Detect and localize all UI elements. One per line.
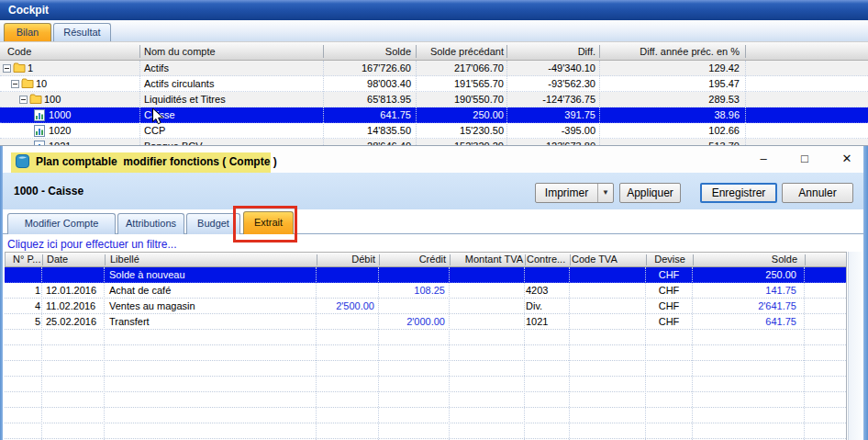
minimize-button[interactable]: – — [751, 150, 775, 168]
tx-date: 11.02.2016 — [46, 299, 106, 313]
divider — [105, 254, 106, 265]
account-solde: 98'003.40 — [323, 76, 411, 91]
appliquer-button[interactable]: Appliquer — [619, 183, 681, 203]
account-solde: 641.75 — [323, 107, 411, 122]
column-header-solde[interactable]: Solde — [323, 42, 411, 61]
tx-date: 12.01.2016 — [46, 283, 106, 298]
cockpit-titlebar[interactable]: Cockpit — [0, 0, 868, 20]
column-header-prev[interactable]: Solde précédant — [416, 42, 504, 61]
column-header-debit[interactable]: Débit — [317, 253, 375, 266]
account-solde: 167'726.60 — [323, 61, 411, 75]
cockpit-tabstrip: Bilan Résultat — [0, 20, 868, 41]
column-header-devise[interactable]: Devise — [646, 253, 694, 266]
divider — [416, 45, 417, 58]
account-chart-icon — [34, 125, 47, 137]
account-pct: 195.47 — [599, 76, 740, 91]
divider — [569, 267, 570, 440]
empty-row — [5, 377, 846, 392]
transaction-row[interactable]: 5 25.02.2016 Transfert 2'000.00 1021 CHF… — [5, 314, 846, 330]
account-row[interactable]: 10 Actifs circulants 98'003.40 191'565.7… — [0, 76, 868, 92]
tx-contre: Div. — [526, 299, 570, 313]
collapse-icon[interactable] — [11, 80, 19, 88]
divider — [316, 267, 317, 440]
account-row[interactable]: 1020 CCP 14'835.50 15'230.50 -395.00 102… — [0, 123, 868, 139]
column-header-code[interactable]: Code — [7, 42, 31, 61]
column-header-credit[interactable]: Crédit — [380, 253, 446, 266]
divider — [323, 45, 324, 58]
tx-credit: 108.25 — [379, 283, 445, 298]
divider — [525, 254, 526, 265]
collapse-icon[interactable] — [3, 64, 11, 73]
divider — [524, 267, 525, 440]
tx-devise: CHF — [645, 314, 693, 329]
column-header-date[interactable]: Date — [47, 253, 107, 266]
empty-row — [5, 361, 846, 377]
account-name: Liquidités et Titres — [144, 92, 226, 107]
account-name: Actifs circulants — [144, 76, 214, 91]
filter-link[interactable]: Cliquez ici pour effectuer un filtre... — [7, 238, 177, 251]
account-pct: 102.66 — [599, 123, 740, 138]
tx-solde: 2'641.75 — [693, 299, 796, 313]
column-header-no[interactable]: N° P... — [13, 253, 41, 266]
account-code: 1020 — [49, 123, 71, 138]
tab-bilan[interactable]: Bilan — [4, 23, 51, 41]
dialog-tabstrip: Modifier Compte Attributions Budget Extr… — [3, 209, 863, 234]
transaction-row[interactable]: 4 11.02.2016 Ventes au magasin 2'500.00 … — [5, 299, 846, 314]
divider — [42, 254, 43, 265]
transactions-table-header: N° P... Date Libellé Débit Crédit Montan… — [5, 252, 846, 267]
divider — [449, 267, 450, 440]
divider — [323, 61, 324, 147]
enregistrer-button[interactable]: Enregistrer — [700, 183, 777, 203]
account-prev: 190'550.70 — [416, 92, 504, 107]
column-header-code-tva[interactable]: Code TVA — [572, 253, 645, 266]
divider — [139, 45, 140, 58]
account-solde: 14'835.50 — [323, 123, 411, 138]
divider — [317, 254, 317, 265]
tab-modifier-compte[interactable]: Modifier Compte — [7, 213, 116, 234]
divider — [846, 252, 847, 440]
divider — [745, 61, 746, 147]
account-solde: 65'813.95 — [323, 92, 411, 107]
account-prev: 217'066.70 — [416, 61, 504, 75]
annuler-button[interactable]: Annuler — [782, 183, 853, 203]
tx-contre: 4203 — [526, 283, 570, 298]
dropdown-arrow-icon[interactable]: ▼ — [597, 184, 613, 202]
divider — [139, 61, 140, 147]
column-header-contre[interactable]: Contre... — [527, 253, 571, 266]
divider — [450, 254, 451, 265]
tab-attributions[interactable]: Attributions — [117, 213, 184, 234]
divider — [378, 267, 379, 440]
column-header-pct[interactable]: Diff. année préc. en % — [599, 42, 740, 61]
column-header-tva[interactable]: Montant TVA — [450, 253, 523, 266]
dialog-right-border — [863, 146, 868, 440]
account-row[interactable]: 1 Actifs 167'726.60 217'066.70 -49'340.1… — [0, 61, 868, 76]
account-row[interactable]: 100 Liquidités et Titres 65'813.95 190'5… — [0, 92, 868, 107]
divider — [599, 61, 600, 147]
empty-row — [5, 345, 846, 361]
tx-devise: CHF — [645, 267, 693, 282]
collapse-icon[interactable] — [19, 96, 28, 104]
account-diff: -93'562.30 — [506, 76, 595, 91]
column-header-libelle[interactable]: Libellé — [110, 253, 317, 266]
dialog-titlebar[interactable]: Plan comptable modifier fonctions ( Comp… — [3, 146, 863, 173]
tx-libelle: Ventes au magasin — [109, 299, 316, 313]
transaction-row-selected[interactable]: Solde à nouveau CHF 250.00 — [5, 267, 846, 283]
tab-resultat[interactable]: Résultat — [53, 23, 111, 41]
divider — [692, 267, 693, 440]
account-pct: 38.96 — [599, 107, 740, 122]
divider — [104, 267, 105, 440]
close-button[interactable]: ✕ — [835, 150, 859, 168]
empty-row — [5, 330, 846, 345]
account-row-selected[interactable]: 1000 Caisse 641.75 250.00 391.75 38.96 — [0, 107, 868, 123]
maximize-button[interactable]: □ — [793, 150, 817, 168]
column-header-name[interactable]: Nom du compte — [144, 42, 216, 61]
column-header-diff[interactable]: Diff. — [506, 42, 595, 61]
empty-row — [5, 423, 846, 439]
account-pct: 289.53 — [599, 92, 740, 107]
divider — [41, 267, 42, 440]
account-prev: 191'565.70 — [416, 76, 504, 91]
column-header-solde[interactable]: Solde — [694, 253, 797, 266]
transaction-row[interactable]: 1 12.01.2016 Achat de café 108.25 4203 C… — [5, 283, 846, 299]
vertical-scrollbar[interactable] — [848, 252, 862, 440]
imprimer-button[interactable]: Imprimer ▼ — [535, 183, 614, 203]
